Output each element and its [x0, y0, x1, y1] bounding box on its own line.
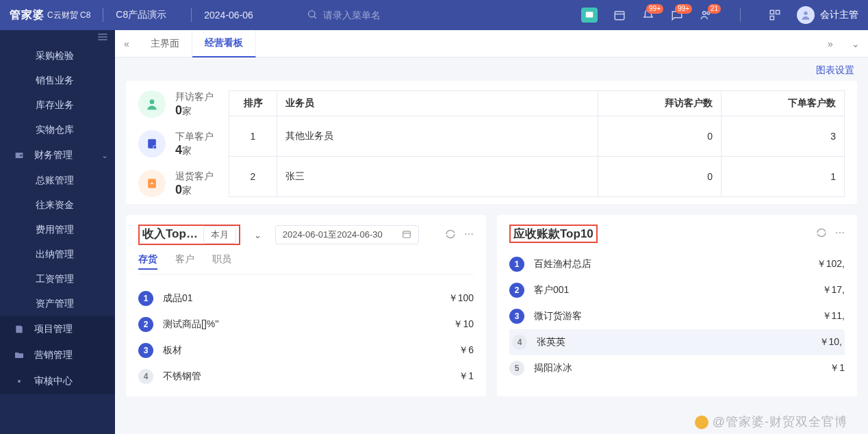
- logo: 管家婆: [10, 8, 44, 23]
- sidebar-group-label: 审核中心: [34, 375, 73, 387]
- rank-row[interactable]: 2 客户001 ￥17,: [509, 277, 845, 303]
- main-area: « 主界面 经营看板 » ⌄ 图表设置 拜访客户 0家: [115, 30, 868, 434]
- tabbar-scroll-right-button[interactable]: »: [819, 38, 842, 49]
- sidebar-group-finance[interactable]: 财务管理 ⌄: [0, 142, 115, 168]
- stat-unit: 家: [182, 185, 192, 196]
- th-orders[interactable]: 下单客户数: [722, 91, 845, 116]
- rank-name: 客户001: [534, 284, 623, 296]
- rank-value: ￥1: [419, 370, 474, 383]
- topbar-actions: 99+ 99+ 21 会计主管: [581, 6, 858, 24]
- stat-unit: 家: [182, 105, 192, 116]
- tab-dashboard[interactable]: 经营看板: [192, 30, 256, 58]
- svg-point-14: [20, 155, 22, 157]
- menu-search[interactable]: [307, 9, 419, 22]
- cell-order: 1: [229, 116, 277, 157]
- more-icon[interactable]: ⋯: [464, 229, 474, 242]
- user-menu[interactable]: 会计主管: [797, 6, 858, 24]
- sidebar-group-marketing[interactable]: 营销管理: [0, 342, 115, 368]
- rank-badge: 3: [509, 309, 524, 324]
- current-date: 2024-06-06: [204, 10, 253, 21]
- income-top-card: 收入Top… 本月 ⌄ 2024-06-01至2024-06-30 ⋯: [126, 215, 486, 396]
- assistant-icon[interactable]: [581, 8, 598, 23]
- more-icon[interactable]: ⋯: [835, 227, 845, 240]
- app-switch-icon[interactable]: [768, 8, 782, 22]
- rank-badge: 1: [138, 291, 153, 306]
- income-title: 收入Top…: [142, 227, 198, 240]
- table-row[interactable]: 1 其他业务员 0 3: [229, 116, 845, 157]
- bell-badge: 99+: [646, 4, 663, 14]
- sidebar-group-label: 项目管理: [34, 323, 73, 335]
- svg-rect-9: [770, 16, 774, 20]
- sidebar-item[interactable]: 出纳管理: [0, 242, 115, 267]
- menu-search-input[interactable]: [323, 10, 419, 21]
- sidebar-item[interactable]: 工资管理: [0, 267, 115, 292]
- rank-value: ￥10,: [787, 336, 842, 348]
- table-row[interactable]: 2 张三 0 1: [229, 157, 845, 197]
- tabbar-scroll-left-button[interactable]: «: [115, 38, 138, 49]
- rank-badge: 4: [512, 335, 527, 350]
- rank-row[interactable]: 1 成品01 ￥100: [138, 285, 474, 311]
- logo-suffix: C云财贸 C8: [47, 10, 90, 21]
- sidebar-item[interactable]: 费用管理: [0, 218, 115, 242]
- contacts-icon[interactable]: 21: [699, 8, 713, 22]
- subtab-employee[interactable]: 职员: [212, 253, 231, 270]
- rank-name: 微订货游客: [534, 310, 623, 322]
- calendar-icon[interactable]: [613, 8, 626, 22]
- sidebar-item[interactable]: 销售业务: [0, 68, 115, 93]
- rank-row[interactable]: 4 不锈钢管 ￥1: [138, 363, 474, 390]
- svg-point-16: [150, 99, 155, 104]
- wallet-icon: [14, 150, 26, 161]
- th-visits[interactable]: 拜访客户数: [598, 91, 722, 116]
- th-order[interactable]: 排序: [229, 91, 277, 116]
- sidebar-item[interactable]: 库存业务: [0, 93, 115, 118]
- rank-bar: [261, 322, 409, 327]
- sidebar-collapse-button[interactable]: [0, 30, 115, 44]
- svg-point-5: [703, 12, 706, 15]
- sidebar-group-audit[interactable]: 审核中心: [0, 368, 115, 394]
- sidebar-item[interactable]: 实物仓库: [0, 118, 115, 142]
- tabbar-menu-icon[interactable]: ⌄: [852, 38, 860, 49]
- rank-row[interactable]: 5 揭阳冰冰 ￥1: [509, 355, 845, 381]
- sidebar-item[interactable]: 总账管理: [0, 168, 115, 193]
- date-range-picker[interactable]: 2024-06-01至2024-06-30: [275, 225, 419, 244]
- subtab-inventory[interactable]: 存货: [138, 253, 157, 270]
- calendar-icon: [402, 229, 411, 241]
- sidebar-item[interactable]: 资产管理: [0, 292, 115, 316]
- svg-point-15: [18, 380, 21, 383]
- ar-title: 应收账款Top10: [513, 227, 593, 240]
- bell-icon[interactable]: 99+: [641, 8, 655, 22]
- date-range-text: 2024-06-01至2024-06-30: [283, 229, 383, 241]
- chart-settings-link[interactable]: 图表设置: [816, 64, 854, 75]
- rank-badge: 4: [138, 369, 153, 384]
- rank-row[interactable]: 2 测试商品[]%'' ￥10: [138, 311, 474, 337]
- sidebar-item[interactable]: 往来资金: [0, 193, 115, 218]
- rank-row[interactable]: 4 张英英 ￥10,: [509, 329, 845, 355]
- tabbar: « 主界面 经营看板 » ⌄: [115, 30, 868, 58]
- stat-order: 下单客户 4家: [138, 130, 214, 157]
- rank-row[interactable]: 3 板材 ￥6: [138, 337, 474, 363]
- sidebar-item[interactable]: 采购检验: [0, 44, 115, 68]
- highlight-box: 收入Top… 本月: [138, 225, 240, 245]
- stat-label: 拜访客户: [175, 91, 214, 103]
- tab-main[interactable]: 主界面: [138, 30, 192, 58]
- period-chip[interactable]: 本月: [203, 226, 236, 244]
- return-icon: [138, 170, 166, 197]
- period-dropdown[interactable]: ⌄: [247, 228, 268, 242]
- message-icon[interactable]: 99+: [670, 8, 684, 22]
- svg-rect-3: [615, 12, 624, 20]
- product-name[interactable]: C8产品演示: [116, 9, 166, 21]
- rank-bar: [261, 374, 409, 379]
- sidebar-group-project[interactable]: 项目管理: [0, 316, 115, 342]
- rank-row[interactable]: 3 微订货游客 ￥11,: [509, 303, 845, 329]
- stat-value: 0: [175, 103, 182, 117]
- svg-point-18: [153, 146, 157, 149]
- stat-unit: 家: [182, 145, 192, 156]
- rank-bar: [633, 261, 780, 267]
- rank-row[interactable]: 1 百姓渔村总店 ￥102,: [509, 251, 845, 277]
- th-salesperson[interactable]: 业务员: [277, 91, 598, 116]
- refresh-icon[interactable]: [445, 229, 456, 242]
- refresh-icon[interactable]: [816, 227, 827, 240]
- subtab-customer[interactable]: 客户: [175, 253, 194, 270]
- rank-value: ￥17,: [790, 284, 845, 296]
- visit-stats-card: 拜访客户 0家 下单客户 4家 退货客户: [126, 81, 857, 204]
